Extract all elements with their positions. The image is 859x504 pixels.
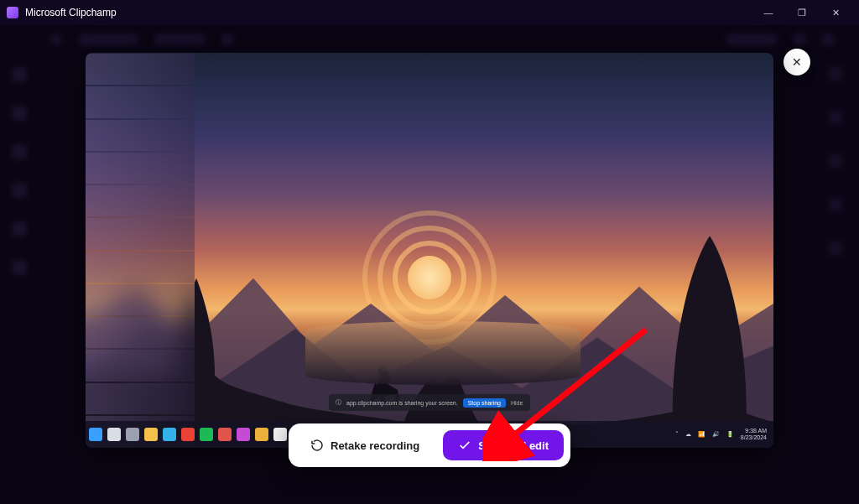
tray-volume-icon: 🔊 <box>712 431 720 438</box>
retake-icon <box>310 439 324 452</box>
check-icon <box>458 439 471 452</box>
stop-sharing-button[interactable]: Stop sharing <box>463 398 506 408</box>
save-edit-label: Save and edit <box>478 439 549 452</box>
taskbar-edge-icon <box>163 428 176 441</box>
captured-clock: 9:38 AM 8/23/2024 <box>741 428 767 440</box>
taskbar-app4-icon <box>273 428 287 441</box>
taskbar-app1-icon <box>218 428 232 441</box>
recorded-screen: ⓘ app.clipchamp.com is sharing your scre… <box>86 53 773 448</box>
close-preview-button[interactable]: ✕ <box>784 49 810 75</box>
captured-system-tray: ˄ ☁ 📶 🔊 🔋 9:38 AM 8/23/2024 <box>675 428 767 440</box>
window-close-button[interactable]: ✕ <box>819 0 852 25</box>
recording-actions: Retake recording Save and edit <box>289 423 570 467</box>
taskbar-task-view-icon <box>126 428 139 441</box>
app-icon <box>7 7 18 18</box>
screen-share-notice: ⓘ app.clipchamp.com is sharing your scre… <box>329 394 530 411</box>
taskbar-app3-icon <box>255 428 268 441</box>
editor-toolbar-blurred <box>50 32 834 47</box>
tray-wifi-icon: 📶 <box>698 431 705 438</box>
screenshot-blur-strip <box>86 53 195 448</box>
recording-preview: ⓘ app.clipchamp.com is sharing your scre… <box>86 53 773 448</box>
taskbar-explorer-icon <box>144 428 158 441</box>
share-notice-text: app.clipchamp.com is sharing your screen… <box>346 400 458 406</box>
window-maximize-button[interactable]: ❐ <box>785 0 819 25</box>
hide-sharing-button[interactable]: Hide <box>511 400 523 406</box>
taskbar-start-icon <box>89 428 102 441</box>
retake-label: Retake recording <box>331 439 419 452</box>
app-title: Microsoft Clipchamp <box>25 7 117 18</box>
taskbar-search-icon <box>107 428 121 441</box>
wallpaper-lake <box>305 321 580 384</box>
tray-battery-icon: 🔋 <box>726 431 734 438</box>
info-icon: ⓘ <box>336 398 341 407</box>
window-minimize-button[interactable]: — <box>752 0 785 25</box>
close-icon: ✕ <box>792 55 802 69</box>
right-rail-blurred <box>829 67 846 487</box>
left-rail-blurred <box>12 67 32 487</box>
retake-recording-button[interactable]: Retake recording <box>295 430 435 460</box>
taskbar-app2-icon <box>237 428 250 441</box>
titlebar: Microsoft Clipchamp — ❐ ✕ <box>0 0 859 25</box>
taskbar-chrome-icon <box>181 428 195 441</box>
tray-cloud-icon: ☁ <box>685 431 691 438</box>
save-and-edit-button[interactable]: Save and edit <box>443 430 564 460</box>
taskbar-spotify-icon <box>200 428 213 441</box>
tray-chevron-icon: ˄ <box>675 431 679 438</box>
